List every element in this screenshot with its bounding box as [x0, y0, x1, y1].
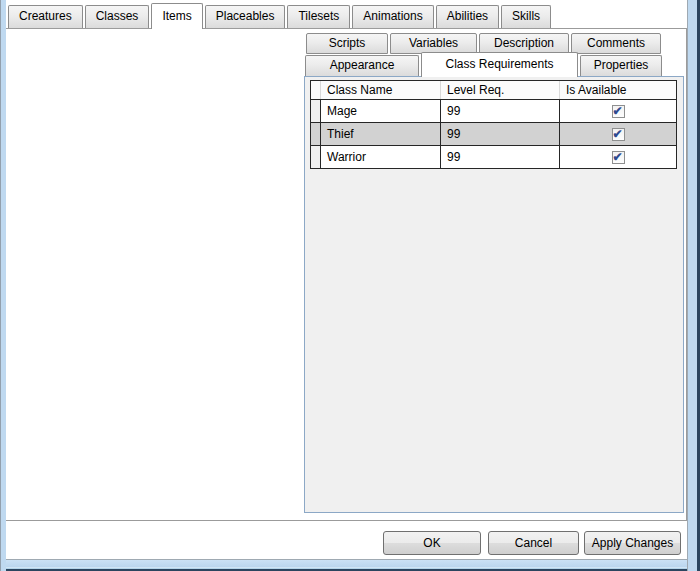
is-available-cell[interactable] [560, 100, 676, 122]
class-name-cell[interactable]: Mage [321, 100, 441, 122]
tab-appearance[interactable]: Appearance [305, 55, 419, 76]
table-row[interactable]: Warrior 99 [311, 145, 676, 168]
table-header-row: Class Name Level Req. Is Available [311, 81, 676, 99]
tab-placeables[interactable]: Placeables [205, 5, 286, 28]
apply-changes-button[interactable]: Apply Changes [584, 531, 681, 555]
tab-creatures[interactable]: Creatures [8, 5, 83, 28]
tab-variables[interactable]: Variables [390, 33, 477, 54]
level-req-cell[interactable]: 99 [441, 146, 560, 168]
tab-properties[interactable]: Properties [580, 55, 662, 76]
row-header[interactable] [311, 146, 321, 168]
corner-header-cell [311, 81, 321, 99]
tab-scripts[interactable]: Scripts [306, 33, 388, 54]
level-req-cell[interactable]: 99 [441, 123, 560, 145]
sub-tab-bar-row1: Scripts Variables Description Comments [306, 33, 663, 54]
column-header-is-available[interactable]: Is Available [560, 81, 676, 99]
column-header-level-req[interactable]: Level Req. [441, 81, 560, 99]
window-border-left [0, 0, 6, 571]
tab-description[interactable]: Description [479, 33, 569, 54]
tab-skills[interactable]: Skills [501, 5, 551, 28]
cancel-button[interactable]: Cancel [488, 531, 579, 555]
class-name-cell[interactable]: Thief [321, 123, 441, 145]
level-req-cell[interactable]: 99 [441, 100, 560, 122]
main-tab-bar: Creatures Classes Items Placeables Tiles… [8, 0, 553, 28]
is-available-checkbox[interactable] [612, 128, 625, 141]
tab-animations[interactable]: Animations [352, 5, 433, 28]
window-border-bottom [0, 559, 700, 571]
tab-comments[interactable]: Comments [571, 33, 661, 54]
tab-class-requirements[interactable]: Class Requirements [421, 52, 578, 77]
is-available-checkbox[interactable] [612, 105, 625, 118]
class-requirements-table: Class Name Level Req. Is Available Mage … [310, 80, 677, 169]
is-available-checkbox[interactable] [612, 151, 625, 164]
table-row[interactable]: Thief 99 [311, 122, 676, 145]
ok-button[interactable]: OK [383, 531, 481, 555]
table-row[interactable]: Mage 99 [311, 99, 676, 122]
sub-tab-bar-row2: Appearance Class Requirements Properties [305, 52, 664, 76]
column-header-class-name[interactable]: Class Name [321, 81, 441, 99]
items-editor-window: Creatures Classes Items Placeables Tiles… [0, 0, 700, 571]
class-name-cell[interactable]: Warrior [321, 146, 441, 168]
is-available-cell[interactable] [560, 146, 676, 168]
window-border-right [687, 0, 700, 571]
tab-tilesets[interactable]: Tilesets [287, 5, 350, 28]
tab-abilities[interactable]: Abilities [436, 5, 499, 28]
row-header[interactable] [311, 100, 321, 122]
is-available-cell[interactable] [560, 123, 676, 145]
tab-classes[interactable]: Classes [85, 5, 150, 28]
row-header[interactable] [311, 123, 321, 145]
tab-items[interactable]: Items [151, 3, 202, 29]
